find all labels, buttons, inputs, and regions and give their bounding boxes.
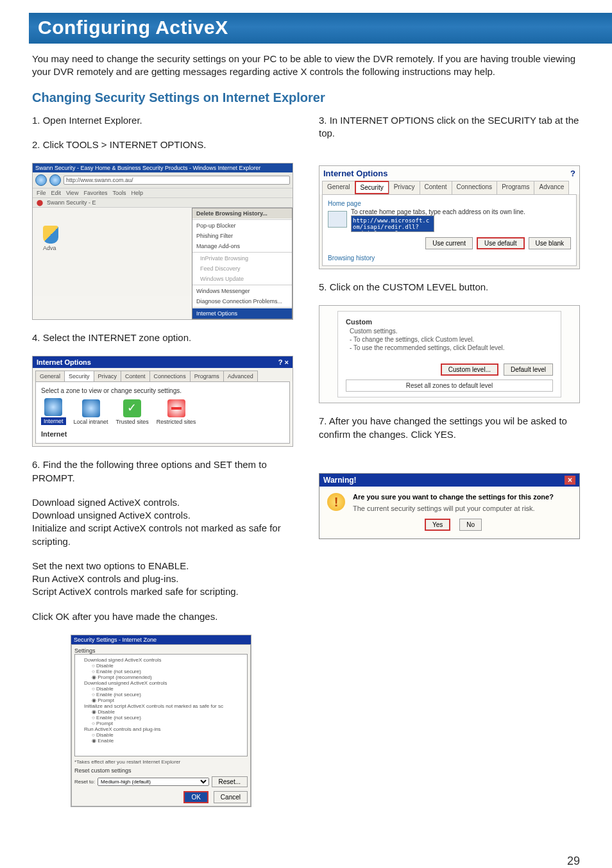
dd-phishing-filter[interactable]: Phishing Filter [192, 231, 292, 241]
tab-security[interactable]: Security [355, 181, 389, 194]
zone-trusted-label: Trusted sites [116, 419, 149, 425]
back-icon[interactable] [35, 174, 47, 186]
reset-custom-label: Reset custom settings [74, 767, 248, 774]
tree-option[interactable]: ◉ Disable [78, 709, 244, 715]
step-6c: Download unsigned ActiveX controls. [32, 509, 293, 522]
selected-zone: Internet [41, 430, 284, 438]
dialog-title: Internet Options [323, 169, 387, 178]
use-default-button[interactable]: Use default [477, 237, 525, 249]
step-6g: Script ActiveX controls marked safe for … [32, 585, 293, 598]
reset-zones-button[interactable]: Reset all zones to default level [346, 380, 553, 392]
zone-trusted[interactable]: Trusted sites [116, 399, 149, 425]
dd-delete-history[interactable]: Delete Browsing History... [192, 208, 292, 219]
dd-win-update: Windows Update [192, 274, 292, 284]
tab-privacy[interactable]: Privacy [94, 371, 122, 381]
stop-icon[interactable]: ⬤ [37, 199, 43, 206]
tree-option[interactable]: ○ Enable (not secure) [78, 692, 244, 697]
menu-favorites[interactable]: Favorites [83, 190, 107, 196]
step-2: 2. Click TOOLS > INTERNET OPTIONS. [32, 138, 293, 151]
use-blank-button[interactable]: Use blank [529, 237, 571, 249]
tree-option[interactable]: ○ Prompt [78, 721, 244, 726]
dd-internet-options[interactable]: Internet Options [192, 308, 292, 319]
tab-programs[interactable]: Programs [497, 181, 534, 194]
shield-icon [43, 226, 58, 244]
zone-local-intranet[interactable]: Local intranet [74, 399, 108, 425]
dd-messenger[interactable]: Windows Messenger [192, 286, 292, 296]
cancel-button[interactable]: Cancel [214, 791, 248, 803]
screenshot-internet-options-general: Internet Options ? General Security Priv… [319, 165, 580, 269]
screenshot-security-zones: Internet Options ? × General Security Pr… [32, 356, 293, 447]
screenshot-warning-dialog: Warning! × ! Are you sure you want to ch… [319, 473, 580, 539]
tree-option[interactable]: ○ Disable [78, 732, 244, 738]
forward-icon[interactable] [49, 174, 61, 186]
zone-internet[interactable]: Internet [41, 398, 66, 425]
tab-programs[interactable]: Programs [190, 371, 224, 381]
reset-button[interactable]: Reset... [212, 776, 248, 787]
tree-option[interactable]: ○ Disable [78, 686, 244, 692]
tree-node: Run ActiveX controls and plug-ins [78, 726, 244, 732]
tab-general[interactable]: General [35, 371, 65, 381]
tab-general[interactable]: General [322, 181, 355, 194]
tab-advance[interactable]: Advance [534, 181, 569, 194]
tab-connections[interactable]: Connections [452, 181, 498, 194]
menu-edit[interactable]: Edit [51, 190, 62, 196]
step-6a: 6. Find the the following three options … [32, 458, 293, 485]
step-6f: Run ActiveX controls and plug-ins. [32, 572, 293, 585]
tree-node: Download unsigned ActiveX controls [78, 680, 244, 686]
dd-manage-addons[interactable]: Manage Add-ons [192, 241, 292, 251]
reset-select[interactable]: Medium-high (default) [98, 778, 209, 786]
ok-button[interactable]: OK [183, 791, 208, 803]
menu-bar[interactable]: File Edit View Favorites Tools Help [33, 188, 293, 198]
custom-level-button[interactable]: Custom level... [441, 363, 498, 376]
settings-tree[interactable]: Download signed ActiveX controls ○ Disab… [74, 654, 248, 756]
dd-diagnose[interactable]: Diagnose Connection Problems... [192, 296, 292, 306]
tree-option[interactable]: ○ Enable (not secure) [78, 715, 244, 721]
yes-button[interactable]: Yes [425, 519, 450, 531]
dd-popup-blocker[interactable]: Pop-up Blocker [192, 221, 292, 231]
tab-connections[interactable]: Connections [149, 371, 191, 381]
globe-icon [44, 398, 62, 416]
custom-line1: - To change the settings, click Custom l… [350, 335, 553, 344]
tree-option[interactable]: ◉ Prompt [78, 697, 244, 703]
default-level-button[interactable]: Default level [504, 363, 553, 376]
close-icon[interactable]: × [565, 476, 575, 485]
homepage-group: Home page [328, 200, 571, 207]
menu-help[interactable]: Help [131, 190, 143, 196]
tree-option[interactable]: ◉ Enable [78, 738, 244, 744]
custom-line2: - To use the recommended settings, click… [350, 344, 553, 352]
tree-option[interactable]: ◉ Prompt (recommended) [78, 674, 244, 680]
tree-option[interactable]: ○ Disable [78, 663, 244, 669]
tools-dropdown[interactable]: Delete Browsing History... Pop-up Blocke… [192, 208, 293, 319]
intro-text: You may need to change the security sett… [32, 53, 580, 79]
tab-content[interactable]: Content [121, 371, 150, 381]
warning-icon: ! [327, 493, 345, 511]
dd-inprivate: InPrivate Browsing [192, 253, 292, 263]
menu-file[interactable]: File [37, 190, 46, 196]
page-title: Configuring ActiveX [29, 13, 612, 44]
zone-restricted[interactable]: Restricted sites [157, 399, 196, 425]
homepage-url-field[interactable]: http://www.microsoft.com/isapi/redir.dll… [351, 215, 434, 232]
menu-tools[interactable]: Tools [112, 190, 126, 196]
tab-advanced[interactable]: Advanced [223, 371, 258, 381]
address-bar[interactable]: http://www.swann.com.au/ [64, 176, 290, 185]
warning-subtext: The current security settings will put y… [353, 505, 554, 512]
warning-title: Warning! [323, 476, 357, 485]
tab-label[interactable]: Swann Security - E [47, 199, 96, 206]
tree-node: Initialize and script ActiveX controls n… [78, 703, 244, 709]
check-icon [123, 399, 141, 417]
tree-option[interactable]: ○ Enable (not secure) [78, 669, 244, 674]
tree-node: Download signed ActiveX controls [78, 657, 244, 663]
menu-view[interactable]: View [66, 190, 78, 196]
dialog-help-close[interactable]: ? × [278, 358, 289, 366]
use-current-button[interactable]: Use current [425, 237, 473, 249]
tab-privacy[interactable]: Privacy [389, 181, 420, 194]
dialog-title: Security Settings - Internet Zone [71, 635, 251, 644]
screenshot-custom-level: Custom Custom settings. - To change the … [319, 305, 580, 403]
browsing-history-group: Browsing history [328, 255, 571, 262]
no-button[interactable]: No [459, 519, 482, 531]
custom-sub: Custom settings. [350, 327, 553, 335]
help-icon[interactable]: ? [570, 169, 575, 178]
tab-content[interactable]: Content [420, 181, 452, 194]
no-icon [167, 399, 185, 417]
tab-security[interactable]: Security [64, 371, 94, 381]
